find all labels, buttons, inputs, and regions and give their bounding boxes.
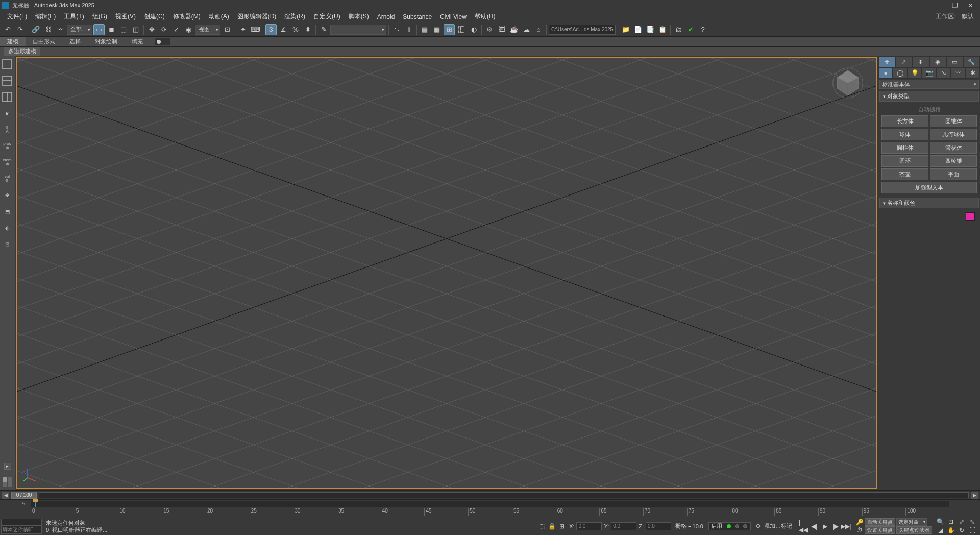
ribbon-record-toggle[interactable] — [155, 38, 170, 45]
check-button[interactable]: ✔ — [685, 24, 696, 35]
select-by-name-button[interactable]: ≣ — [106, 24, 117, 35]
menu-group[interactable]: 组(G) — [88, 11, 111, 22]
setkey-button[interactable]: 设置关键点 — [865, 526, 895, 534]
layer-explorer-button[interactable]: ▤ — [419, 24, 430, 35]
hierarchy-tab[interactable]: ⬍ — [912, 56, 929, 67]
create-geosphere-button[interactable]: 几何球体 — [930, 129, 977, 140]
window-crossing-button[interactable]: ◫ — [130, 24, 141, 35]
menu-animation[interactable]: 动画(A) — [205, 11, 233, 22]
unlink-button[interactable]: ⛓ — [42, 24, 54, 35]
project-button-2[interactable]: 📄 — [632, 24, 644, 35]
fov-button[interactable]: ◢ — [935, 526, 945, 534]
redo-button[interactable]: ↷ — [14, 24, 26, 35]
menu-civil-view[interactable]: Civil View — [436, 12, 471, 21]
track-bar[interactable]: ⤷ 05101520253035404550556065707580859095… — [0, 499, 980, 517]
mini-listener-input[interactable]: 脚本迷你侦听 — [2, 526, 41, 533]
select-object-button[interactable]: ▭ — [93, 24, 105, 35]
time-head[interactable] — [35, 500, 36, 507]
create-torus-button[interactable]: 圆环 — [881, 155, 928, 167]
object-color-swatch[interactable] — [966, 212, 975, 221]
time-next-button[interactable]: ▶ — [971, 492, 978, 499]
named-selection-set[interactable] — [330, 25, 386, 35]
percent-snap-button[interactable]: % — [290, 24, 301, 35]
mirror-button[interactable]: ⇋ — [391, 24, 402, 35]
create-pyramid-button[interactable]: 四棱锥 — [930, 155, 977, 167]
help-button[interactable]: ? — [697, 24, 708, 35]
keyboard-shortcut-button[interactable]: ⌨ — [250, 24, 261, 35]
left-tool-9[interactable]: ✥ — [1, 189, 13, 201]
key-mode-button[interactable]: 🔑 — [854, 518, 865, 526]
ribbon-tab-freeform[interactable]: 自由形式 — [26, 37, 62, 46]
isolate-selection-button[interactable]: ⬚ — [536, 521, 547, 531]
autogrid-checkbox[interactable]: 自动栅格 — [881, 104, 977, 115]
z-input[interactable]: 0.0 — [646, 522, 671, 530]
menu-graph-editors[interactable]: 图形编辑器(D) — [233, 11, 281, 22]
left-tool-elem[interactable]: elem⊕ — [1, 156, 13, 168]
prev-frame-button[interactable]: ◀| — [809, 521, 819, 531]
ribbon-tab-selection[interactable]: 选择 — [62, 37, 88, 46]
set-project-folder-button[interactable]: 📁 — [620, 24, 631, 35]
view-cube[interactable] — [830, 63, 866, 99]
cat-geometry[interactable]: ● — [878, 67, 893, 79]
left-tool-3[interactable] — [1, 91, 13, 103]
render-setup-button[interactable]: ⚙ — [484, 24, 495, 35]
project-path-field[interactable]: C:\Users\Ad…ds Max 2025 — [549, 25, 616, 35]
zoom-extents-all-button[interactable]: ⤡ — [967, 518, 977, 526]
workspace-selector[interactable]: 默认 — [959, 12, 977, 21]
select-region-rect-button[interactable]: ⬚ — [118, 24, 129, 35]
next-frame-button[interactable]: |▶ — [830, 521, 841, 531]
time-slider-track[interactable] — [39, 492, 969, 498]
viewport-canvas[interactable] — [17, 58, 876, 488]
open-autodesk-store-button[interactable]: ⌂ — [533, 24, 544, 35]
left-tool-proc[interactable]: proc⊕ — [1, 140, 13, 152]
left-tool-vol[interactable]: vol⊕ — [1, 173, 13, 185]
menu-file[interactable]: 文件(F) — [3, 11, 31, 22]
menu-help[interactable]: 帮助(H) — [471, 11, 500, 22]
orbit-button[interactable]: ↻ — [957, 526, 967, 534]
menu-edit[interactable]: 编辑(E) — [31, 11, 60, 22]
geometry-subcategory[interactable]: 标准基本体 — [879, 80, 979, 89]
cat-cameras[interactable]: 📷 — [922, 67, 936, 79]
menu-views[interactable]: 视图(V) — [111, 11, 140, 22]
create-tube-button[interactable]: 管状体 — [930, 142, 977, 154]
menu-substance[interactable]: Substance — [399, 12, 436, 21]
edit-named-selection-button[interactable]: ✎ — [318, 24, 329, 35]
cat-systems[interactable]: ✱ — [966, 67, 980, 79]
track-bar-track[interactable] — [31, 501, 949, 507]
select-move-button[interactable]: ✥ — [146, 24, 157, 35]
project-button-4[interactable]: 📋 — [657, 24, 668, 35]
curve-editor-button[interactable]: ⊞ — [444, 24, 455, 35]
menu-customize[interactable]: 自定义(U) — [309, 11, 345, 22]
render-production-button[interactable]: ☕ — [508, 24, 520, 35]
create-cylinder-button[interactable]: 圆柱体 — [881, 142, 928, 154]
ribbon-panel-polymodeling[interactable]: 多边形建模 — [4, 47, 40, 56]
track-icon[interactable]: ⤷ — [21, 501, 26, 506]
perspective-viewport[interactable] — [16, 57, 877, 489]
create-teapot-button[interactable]: 茶壶 — [881, 168, 928, 180]
ribbon-tab-populate[interactable]: 填充 — [125, 37, 150, 46]
maxscript-mini-listener[interactable]: 脚本迷你侦听 — [1, 519, 42, 534]
left-tool-5[interactable]: 9A — [1, 124, 13, 136]
rollout-name-color-header[interactable]: 名称和颜色 — [879, 198, 979, 208]
create-tab[interactable]: ✚ — [878, 56, 895, 67]
time-config-button[interactable]: ⏱ — [854, 526, 865, 534]
angle-snap-button[interactable]: ∡ — [278, 24, 289, 35]
left-tool-12[interactable]: ⊡ — [1, 238, 13, 250]
goto-end-button[interactable]: ▶▶| — [841, 521, 851, 531]
add-time-tag[interactable]: ⊕ 添加…标记 — [754, 522, 792, 530]
motion-tab[interactable]: ◉ — [929, 56, 946, 67]
pan-button[interactable]: ✋ — [946, 526, 956, 534]
bind-spacewarp-button[interactable]: 〰 — [55, 24, 66, 35]
cat-lights[interactable]: 💡 — [908, 67, 922, 79]
link-button[interactable]: 🔗 — [30, 24, 41, 35]
select-place-button[interactable]: ◉ — [183, 24, 194, 35]
selection-filter[interactable]: 全部 — [67, 25, 92, 35]
reference-coord-system[interactable]: 视图 — [195, 25, 220, 35]
create-plane-button[interactable]: 平面 — [930, 168, 977, 180]
minimize-button[interactable]: ― — [932, 1, 947, 10]
align-button[interactable]: ⫴ — [403, 24, 414, 35]
create-textplus-button[interactable]: 加强型文本 — [881, 182, 977, 193]
modify-tab[interactable]: ↗ — [895, 56, 912, 67]
left-tool-1[interactable] — [1, 58, 13, 70]
time-prev-button[interactable]: ◀ — [2, 492, 9, 499]
